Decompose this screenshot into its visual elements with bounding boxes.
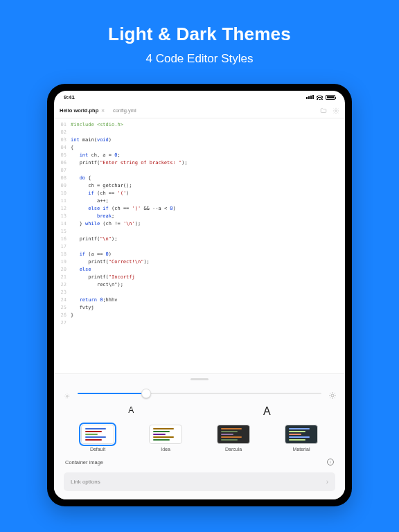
code-line: 22 rect\n"); <box>58 281 345 289</box>
code-line: 20 else <box>58 266 345 274</box>
svg-point-1 <box>66 396 69 398</box>
folder-icon[interactable] <box>320 107 327 114</box>
theme-swatch <box>217 425 250 444</box>
code-content: printf("Correct!\n"); <box>71 258 150 266</box>
container-image-label: Container image i <box>64 459 335 466</box>
theme-option-default[interactable]: Default <box>81 425 114 452</box>
wifi-icon <box>317 95 323 100</box>
hero-subtitle: 4 Code Editor Styles <box>108 52 291 66</box>
font-small-button[interactable]: A <box>128 405 134 418</box>
line-number: 18 <box>58 251 71 258</box>
line-number: 07 <box>58 167 71 175</box>
code-line: 05 int ch, a = 0; <box>58 152 345 159</box>
font-large-button[interactable]: A <box>263 405 271 418</box>
brightness-slider[interactable] <box>78 389 321 398</box>
code-content: int ch, a = 0; <box>71 152 121 159</box>
gear-icon[interactable] <box>332 107 339 114</box>
theme-label: Default <box>90 447 105 452</box>
code-line: 01#include <stdio.h> <box>58 121 345 129</box>
code-line: 11 a++; <box>58 197 345 205</box>
code-line: 10 if (ch == '(') <box>58 190 345 197</box>
line-number: 02 <box>58 129 71 136</box>
line-number: 04 <box>58 144 71 152</box>
code-content: { <box>71 144 73 152</box>
line-number: 10 <box>58 190 71 197</box>
theme-label: Material <box>293 447 310 452</box>
code-content: printf("Incortfj <box>71 274 135 281</box>
hero-title: Light & Dark Themes <box>108 24 291 45</box>
tab-label: config.yml <box>113 107 136 114</box>
brightness-row <box>64 389 335 398</box>
theme-option-material[interactable]: Material <box>285 425 318 452</box>
code-line: 23 <box>58 289 345 296</box>
theme-option-idea[interactable]: Idea <box>149 425 182 452</box>
line-number: 01 <box>58 121 71 129</box>
line-number: 03 <box>58 136 71 144</box>
tab-label: Hello world.php <box>60 107 98 114</box>
code-content: if (a == 0) <box>71 251 112 258</box>
font-size-row: A A <box>64 405 335 418</box>
code-content: break; <box>71 213 114 220</box>
status-time: 9:41 <box>64 94 75 100</box>
settings-sheet: A A DefaultIdeaDarculaMaterial Container… <box>54 373 345 499</box>
line-number: 24 <box>58 296 71 304</box>
tab-0[interactable]: Hello world.php× <box>60 107 105 114</box>
code-line: 15 <box>58 228 345 236</box>
code-line: 07 <box>58 167 345 175</box>
line-number: 08 <box>58 175 71 182</box>
code-line: 27 <box>58 319 345 327</box>
line-number: 09 <box>58 182 71 190</box>
code-content: printf("Enter string of brackets: "); <box>71 159 188 167</box>
info-icon[interactable]: i <box>327 459 334 466</box>
screen: 9:41 Hello world.php×config.yml 01#inclu… <box>54 91 345 499</box>
code-content: else if (ch == ')' && --a < 0) <box>71 205 176 213</box>
code-content: #include <stdio.h> <box>71 121 123 129</box>
svg-point-2 <box>331 394 334 397</box>
line-number: 13 <box>58 213 71 220</box>
line-number: 22 <box>58 281 71 289</box>
line-number: 21 <box>58 274 71 281</box>
code-content: do { <box>71 175 91 182</box>
code-editor[interactable]: 01#include <stdio.h>0203int main(void)04… <box>54 118 345 373</box>
code-line: 25 fvtyj <box>58 304 345 312</box>
brightness-high-icon <box>328 390 335 397</box>
code-line: 08 do { <box>58 175 345 182</box>
code-line: 16 printf("\n"); <box>58 236 345 243</box>
theme-swatch <box>285 425 318 444</box>
status-right <box>306 95 335 100</box>
tab-bar: Hello world.php×config.yml <box>54 103 345 118</box>
line-number: 16 <box>58 236 71 243</box>
line-number: 19 <box>58 258 71 266</box>
theme-label: Darcula <box>225 447 242 452</box>
code-content: fvtyj <box>71 304 94 312</box>
theme-swatch <box>81 425 114 444</box>
theme-option-darcula[interactable]: Darcula <box>217 425 250 452</box>
sheet-grabber[interactable] <box>190 378 209 380</box>
code-content: a++; <box>71 197 109 205</box>
line-number: 06 <box>58 159 71 167</box>
hero: Light & Dark Themes 4 Code Editor Styles <box>108 24 291 66</box>
code-content: if (ch == '(') <box>71 190 129 197</box>
line-number: 27 <box>58 319 71 327</box>
code-content: } while (ch != '\n'); <box>71 220 141 228</box>
line-number: 05 <box>58 152 71 159</box>
code-line: 02 <box>58 129 345 136</box>
chevron-right-icon: › <box>326 478 328 486</box>
line-number: 14 <box>58 220 71 228</box>
link-options-row[interactable]: Link options › <box>64 472 335 491</box>
line-number: 20 <box>58 266 71 274</box>
signal-icon <box>306 95 314 99</box>
code-content: } <box>71 312 73 319</box>
close-icon[interactable]: × <box>101 107 105 114</box>
link-options-label: Link options <box>71 479 100 485</box>
line-number: 17 <box>58 243 71 251</box>
code-line: 18 if (a == 0) <box>58 251 345 258</box>
line-number: 11 <box>58 197 71 205</box>
tab-1[interactable]: config.yml <box>113 107 136 114</box>
code-content: else <box>71 266 91 274</box>
device-frame: 9:41 Hello world.php×config.yml 01#inclu… <box>47 84 352 506</box>
status-bar: 9:41 <box>54 91 345 103</box>
theme-label: Idea <box>161 447 170 452</box>
code-line: 09 ch = getchar(); <box>58 182 345 190</box>
battery-icon <box>326 95 335 100</box>
